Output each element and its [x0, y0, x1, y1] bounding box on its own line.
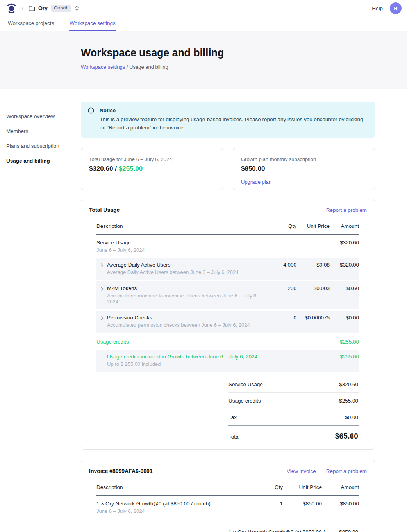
chevron-up-down-icon[interactable] [75, 5, 79, 11]
workspace-name: Ory [38, 5, 48, 11]
table-row-average-daily-active-users: Average Daily Active Users Average Daily… [96, 258, 359, 280]
totals-label: Service Usage [228, 382, 263, 387]
usage-totals: Service Usage $320.60 Usage credits -$25… [228, 376, 359, 441]
totals-value: $0.00 [345, 414, 358, 420]
row-title: 1 × Ory Network Growth@0 (at $850.00 / m… [96, 501, 261, 507]
notice-title: Notice [100, 107, 368, 115]
table-row-usage-credits: Usage credits -$255.00 [96, 334, 359, 350]
totals-value: $850.00 [339, 529, 358, 532]
totals-value: -$255.00 [337, 398, 358, 404]
sidebar-item-members[interactable]: Members [6, 126, 75, 136]
col-unit-price: Unit Price [283, 484, 322, 490]
tab-workspace-settings[interactable]: Workspace settings [69, 16, 116, 31]
col-description: Description [96, 484, 261, 490]
sidebar-item-usage-and-billing[interactable]: Usage and billing [6, 156, 75, 166]
total-usage-card: Total usage for June 6 – July 6, 2024 $3… [81, 148, 223, 190]
row-qty: 200 [269, 285, 296, 291]
table-row-m2m-tokens: M2M Tokens Accumulated machine-to-machin… [96, 281, 359, 309]
info-icon [88, 107, 94, 132]
sidebar-item-workspace-overview[interactable]: Workspace overview [6, 111, 75, 122]
row-unit-price: $0.003 [296, 285, 330, 291]
col-amount: Amount [322, 484, 359, 490]
invoice-totals: 1 × Ory Network Growth@0 (at $850.00 / m… [228, 524, 359, 532]
page-title: Workspace usage and billing [81, 47, 375, 59]
row-subtitle: Average Daily Active Users between June … [107, 269, 269, 275]
view-invoice-link[interactable]: View invoice [287, 468, 316, 474]
workspace-switcher[interactable]: Ory Growth [29, 5, 79, 12]
totals-label: 1 × Ory Network Growth@0 (at $850.00 / m… [228, 529, 339, 532]
row-amount: $0.60 [330, 285, 359, 291]
subscription-amount: $850.00 [241, 165, 367, 173]
breadcrumb-current: Usage and billing [129, 64, 168, 70]
row-unit-price: $0.000075 [296, 315, 330, 321]
row-qty: 0 [269, 315, 296, 321]
total-usage-label: Total usage for June 6 – July 6, 2024 [89, 156, 215, 162]
subscription-label: Growth plan monthly subscription [241, 156, 367, 162]
avatar[interactable]: H [390, 2, 402, 14]
workspace-tabbar: Workspace projects Workspace settings [0, 16, 407, 31]
breadcrumb-separator: / [22, 5, 23, 11]
grand-total-value: $65.60 [335, 432, 358, 441]
row-subtitle: Accumulated machine-to-machine tokens be… [107, 293, 269, 305]
row-amount: -$255.00 [330, 339, 359, 345]
row-qty: 4,000 [269, 262, 296, 268]
breadcrumb-settings-link[interactable]: Workspace settings [81, 64, 125, 70]
table-row-usage-credits-detail: Usage credits included in Growth between… [96, 350, 359, 372]
usage-report-problem-link[interactable]: Report a problem [326, 207, 367, 213]
totals-row-usage-credits: Usage credits -$255.00 [228, 393, 359, 409]
row-subtitle: June 6 – July 6, 2024 [96, 508, 261, 514]
sidebar-item-plans-and-subscription[interactable]: Plans and subscription [6, 141, 75, 151]
invoice-table: Description Qty Unit Price Amount 1 × Or… [96, 480, 359, 519]
totals-value: $320.60 [339, 382, 358, 387]
col-description: Description [96, 223, 269, 229]
usage-included-amount: $255.00 [119, 165, 143, 172]
row-amount: $320.00 [330, 262, 359, 268]
summary-cards: Total usage for June 6 – July 6, 2024 $3… [81, 148, 375, 190]
row-amount: $850.00 [322, 501, 359, 507]
totals-label: Tax [228, 414, 237, 420]
row-title: Usage credits [96, 339, 269, 345]
row-subtitle: Accumulated permission checks between Ju… [107, 322, 269, 328]
plan-badge: Growth [51, 5, 71, 12]
row-title: Average Daily Active Users [107, 262, 269, 268]
invoice-report-problem-link[interactable]: Report a problem [326, 468, 367, 474]
row-subtitle: Up to $ 255.00 included [107, 361, 269, 367]
chevron-right-icon[interactable] [96, 262, 107, 268]
invoice-table-header: Description Qty Unit Price Amount [96, 480, 359, 496]
totals-row-service-usage: Service Usage $320.60 [228, 376, 359, 393]
breadcrumb-sep: / [127, 64, 128, 70]
totals-row-total: Total $65.60 [228, 426, 359, 441]
tab-workspace-projects[interactable]: Workspace projects [7, 16, 55, 31]
row-amount: $0.00 [330, 315, 359, 321]
row-title: M2M Tokens [107, 285, 269, 291]
invoice-title: Invoice #8099AFA6-0001 [89, 468, 153, 474]
table-row-permission-checks: Permission Checks Accumulated permission… [96, 311, 359, 333]
subscription-card: Growth plan monthly subscription $850.00… [233, 148, 375, 190]
help-link[interactable]: Help [372, 5, 383, 11]
chevron-right-icon[interactable] [96, 315, 107, 321]
settings-sidenav: Workspace overview Members Plans and sub… [6, 111, 75, 171]
col-qty: Qty [261, 484, 283, 490]
invoice-row-growth-plan: 1 × Ory Network Growth@0 (at $850.00 / m… [96, 496, 359, 519]
row-unit-price: $0.08 [296, 262, 330, 268]
usage-table: Description Qty Unit Price Amount Servic… [96, 219, 359, 372]
totals-label: Usage credits [228, 398, 261, 404]
notice-banner: Notice This is a preview feature for dis… [81, 102, 375, 138]
usage-table-header: Description Qty Unit Price Amount [96, 219, 359, 235]
usage-panel-title: Total Usage [89, 207, 120, 213]
upgrade-plan-link[interactable]: Upgrade plan [241, 179, 271, 185]
row-title: Usage credits included in Growth between… [107, 354, 269, 360]
col-amount: Amount [330, 223, 359, 229]
chevron-right-icon[interactable] [96, 285, 107, 291]
col-qty: Qty [269, 223, 296, 229]
row-title: Permission Checks [107, 315, 269, 321]
totals-row-plan: 1 × Ory Network Growth@0 (at $850.00 / m… [228, 524, 359, 532]
breadcrumb: Workspace settings / Usage and billing [81, 64, 375, 70]
total-usage-value: $320.60 / $255.00 [89, 165, 215, 173]
usage-used-amount: $320.60 / [89, 165, 117, 172]
notice-body: This is a preview feature for displaying… [100, 116, 368, 132]
row-amount: $320.60 [330, 240, 359, 245]
ory-logo-icon[interactable] [6, 3, 17, 14]
main-content: Workspace overview Members Plans and sub… [0, 89, 407, 532]
row-amount: -$255.00 [330, 354, 359, 360]
